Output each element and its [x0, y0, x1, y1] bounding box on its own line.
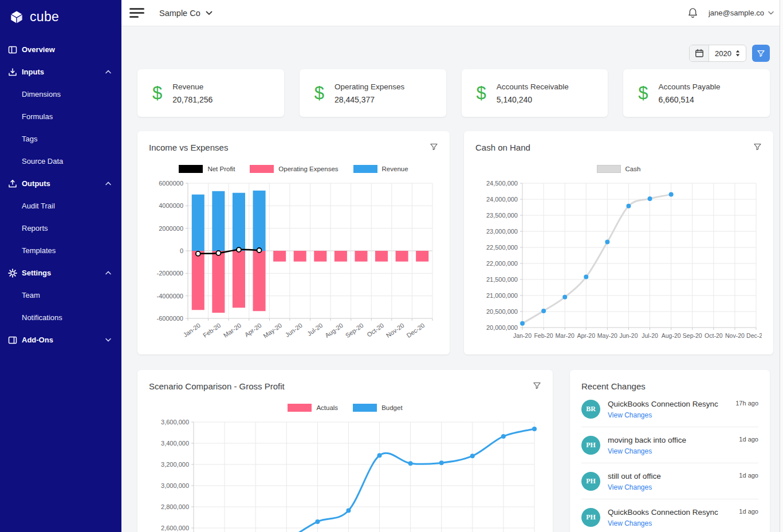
recent-change-item: PH still out of office View Changes 1d a… [581, 463, 758, 499]
app-root: cube Overview Inputs Dimensions For [0, 0, 783, 532]
scrollbar[interactable] [780, 0, 783, 532]
svg-text:Aug-20: Aug-20 [662, 332, 681, 339]
dollar-icon: $ [314, 83, 324, 104]
app-logo[interactable]: cube [0, 0, 121, 33]
chevron-down-icon [206, 11, 213, 15]
user-email: jane@sample.co [709, 9, 764, 17]
kpi-card-revenue[interactable]: $ Revenue 20,781,256 [137, 69, 284, 117]
kpi-card-operating-expenses[interactable]: $ Operating Expenses 28,445,377 [300, 69, 446, 117]
sidebar-item-overview[interactable]: Overview [0, 38, 121, 61]
kpi-label: Accounts Receivable [497, 82, 569, 91]
view-changes-link[interactable]: View Changes [608, 483, 734, 491]
svg-text:Dec-20: Dec-20 [746, 332, 762, 339]
sidebar-item-outputs[interactable]: Outputs [0, 172, 121, 195]
kpi-value: 28,445,377 [335, 95, 404, 104]
dollar-icon: $ [152, 83, 162, 104]
sidebar-item-inputs[interactable]: Inputs [0, 61, 121, 83]
svg-text:Sep-20: Sep-20 [683, 332, 702, 339]
chevron-up-icon [105, 70, 111, 74]
sidebar-item-formulas[interactable]: Formulas [0, 105, 121, 128]
company-name: Sample Co [159, 9, 200, 18]
legend-item[interactable]: Operating Expenses [250, 165, 338, 173]
kpi-card-accounts-receivable[interactable]: $ Accounts Receivable 5,140,240 [462, 69, 608, 117]
svg-text:Jun-20: Jun-20 [284, 322, 303, 338]
sidebar-item-notifications[interactable]: Notifications [0, 306, 121, 329]
chart-filter-icon[interactable] [753, 143, 762, 153]
legend-swatch [597, 165, 621, 173]
svg-text:Mar-20: Mar-20 [556, 332, 575, 339]
filter-button[interactable] [752, 45, 770, 62]
charts-row: Income vs Expenses Net ProfitOperating E… [137, 131, 770, 354]
svg-text:2000000: 2000000 [159, 225, 183, 232]
legend-label: Budget [381, 404, 402, 411]
svg-text:0: 0 [180, 247, 183, 254]
change-title: moving back into office [608, 436, 734, 444]
sidebar-item-tags[interactable]: Tags [0, 128, 121, 150]
income-vs-expenses-chart: 6000000400000020000000-2000000-4000000-6… [149, 179, 438, 350]
view-changes-link[interactable]: View Changes [608, 519, 734, 527]
svg-text:Aug-20: Aug-20 [324, 322, 344, 339]
avatar: PH [581, 508, 600, 527]
chart-legend: Cash [475, 165, 762, 173]
svg-text:-4000000: -4000000 [157, 293, 184, 300]
chart-filter-icon[interactable] [430, 143, 438, 153]
calendar-icon[interactable] [690, 45, 709, 61]
sidebar-item-settings[interactable]: Settings [0, 262, 121, 284]
legend-item[interactable]: Actuals [288, 404, 338, 412]
legend-swatch [179, 165, 203, 173]
overview-icon [8, 45, 17, 54]
svg-text:Nov-20: Nov-20 [385, 322, 406, 339]
svg-text:20,000,000: 20,000,000 [486, 324, 518, 331]
avatar: PH [581, 472, 600, 491]
recent-changes-title: Recent Changes [581, 381, 758, 391]
chart-filter-icon[interactable] [533, 381, 541, 392]
cube-logo-icon [9, 10, 24, 25]
income-vs-expenses-card: Income vs Expenses Net ProfitOperating E… [137, 131, 450, 354]
main-content: 2020 $ Revenue 20,781,256 $ Operatin [121, 26, 780, 532]
svg-text:Jan-20: Jan-20 [513, 332, 532, 339]
year-select[interactable]: 2020 [709, 45, 746, 61]
svg-text:Dec-20: Dec-20 [405, 322, 426, 339]
legend-item[interactable]: Cash [597, 165, 641, 173]
svg-text:21,500,000: 21,500,000 [486, 276, 518, 283]
kpi-card-accounts-payable[interactable]: $ Accounts Payable 6,660,514 [623, 69, 770, 117]
svg-text:Apr-20: Apr-20 [577, 332, 596, 339]
logo-text: cube [30, 9, 59, 25]
svg-text:4000000: 4000000 [159, 202, 183, 209]
sidebar-item-audit-trail[interactable]: Audit Trail [0, 195, 121, 217]
chevron-down-icon [105, 338, 111, 342]
recent-change-item: PH QuickBooks Connection Resync View Cha… [581, 499, 758, 532]
chart-title: Income vs Expenses [149, 143, 228, 152]
dollar-icon: $ [477, 83, 486, 104]
scenario-comparison-card: Scenario Comparison - Gross Profit Actua… [137, 370, 553, 532]
legend-item[interactable]: Net Profit [179, 165, 235, 173]
legend-item[interactable]: Budget [353, 404, 402, 412]
sidebar-item-templates[interactable]: Templates [0, 239, 121, 262]
svg-text:-2000000: -2000000 [157, 270, 184, 277]
chevron-up-icon [105, 182, 111, 186]
svg-text:Jan-20: Jan-20 [182, 322, 201, 338]
sidebar-item-team[interactable]: Team [0, 284, 121, 306]
svg-text:3,200,000: 3,200,000 [161, 461, 189, 468]
chart-title: Cash on Hand [475, 143, 530, 152]
svg-text:Jul-20: Jul-20 [642, 332, 658, 339]
notifications-bell-button[interactable] [687, 7, 698, 19]
svg-text:23,000,000: 23,000,000 [486, 228, 518, 235]
year-value: 2020 [715, 49, 731, 58]
topbar: Sample Co jane@sample.co [121, 0, 783, 26]
legend-swatch [353, 404, 377, 412]
select-arrows-icon [735, 50, 740, 57]
view-changes-link[interactable]: View Changes [608, 411, 731, 419]
user-menu[interactable]: jane@sample.co [709, 9, 774, 17]
sidebar-item-dimensions[interactable]: Dimensions [0, 83, 121, 105]
sidebar-item-reports[interactable]: Reports [0, 217, 121, 239]
menu-toggle-button[interactable] [129, 6, 144, 20]
sidebar-item-add-ons[interactable]: Add-Ons [0, 329, 121, 351]
legend-item[interactable]: Revenue [353, 165, 408, 173]
company-selector[interactable]: Sample Co [159, 9, 213, 18]
legend-label: Cash [625, 165, 641, 172]
view-changes-link[interactable]: View Changes [608, 447, 734, 455]
chevron-down-icon [768, 11, 774, 15]
sidebar-item-source-data[interactable]: Source Data [0, 150, 121, 172]
legend-swatch [250, 165, 274, 173]
